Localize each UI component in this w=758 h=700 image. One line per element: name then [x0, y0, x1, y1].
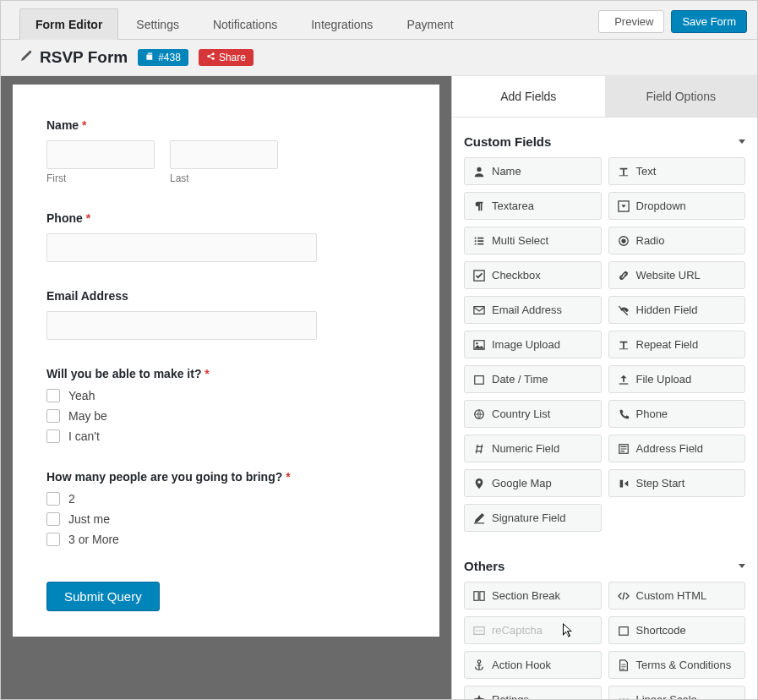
chip-label: Shortcode — [636, 624, 686, 637]
star-icon — [473, 694, 485, 700]
pin-icon — [473, 478, 485, 489]
other-chip-action-hook[interactable]: Action Hook — [464, 651, 602, 679]
form-preview-scroll[interactable]: Name * First Last — [1, 76, 452, 699]
chip-label: Custom HTML — [636, 589, 707, 602]
chip-label: Dropdown — [636, 200, 686, 212]
top-toolbar: Form Editor Settings Notifications Integ… — [1, 1, 757, 40]
field-chip-radio[interactable]: Radio — [608, 227, 746, 254]
field-chip-address-field[interactable]: Address Field — [608, 435, 746, 462]
field-chip-textarea[interactable]: Textarea — [464, 192, 602, 220]
share-icon — [206, 52, 215, 63]
tab-integrations[interactable]: Integrations — [295, 8, 389, 40]
other-chip-terms-conditions[interactable]: Terms & Conditions — [608, 651, 746, 679]
field-chip-multi-select[interactable]: Multi Select — [464, 227, 602, 254]
paragraph-icon — [473, 200, 485, 212]
submit-button[interactable]: Submit Query — [46, 582, 160, 611]
q1-option-0[interactable]: Yeah — [46, 389, 406, 402]
field-chip-dropdown[interactable]: Dropdown — [608, 192, 746, 220]
svg-rect-15 — [619, 626, 628, 635]
section-others-heading[interactable]: Others — [464, 550, 745, 582]
section-custom-heading[interactable]: Custom Fields — [464, 126, 745, 157]
chevron-down-icon — [739, 139, 745, 144]
section-custom-fields: Custom Fields NameTextTextareaDropdownMu… — [452, 118, 757, 542]
field-chip-hidden-field[interactable]: Hidden Field — [608, 296, 746, 324]
tab-form-editor[interactable]: Form Editor — [19, 8, 118, 40]
svg-rect-9 — [475, 375, 484, 384]
field-chip-numeric-field[interactable]: Numeric Field — [464, 435, 602, 462]
svg-point-2 — [212, 57, 215, 60]
field-chip-country-list[interactable]: Country List — [464, 400, 602, 428]
field-chip-image-upload[interactable]: Image Upload — [464, 331, 602, 358]
upload-icon — [618, 374, 630, 386]
field-chip-date-time[interactable]: Date / Time — [464, 365, 602, 393]
tab-settings[interactable]: Settings — [120, 8, 195, 40]
text-icon — [618, 166, 630, 178]
tab-notifications[interactable]: Notifications — [197, 8, 293, 40]
main-tabs: Form Editor Settings Notifications Integ… — [19, 8, 593, 39]
q1-option-2[interactable]: I can't — [46, 429, 406, 443]
tab-payment[interactable]: Payment — [390, 8, 469, 40]
chip-label: Linear Scale — [636, 693, 697, 699]
other-chip-ratings[interactable]: Ratings — [464, 686, 602, 699]
input-first-name[interactable] — [46, 140, 155, 169]
envelope-icon — [473, 304, 485, 316]
preview-button[interactable]: Preview — [598, 10, 664, 33]
chip-label: Google Map — [492, 477, 552, 489]
q1-option-1[interactable]: May be — [46, 409, 406, 423]
fields-panel-scroll[interactable]: Add Fields Field Options Custom Fields N… — [452, 76, 757, 699]
other-chip-shortcode[interactable]: Shortcode — [608, 616, 746, 644]
panel-tabs: Add Fields Field Options — [452, 76, 757, 118]
recaptcha-icon — [473, 625, 485, 637]
field-chip-text[interactable]: Text — [608, 157, 746, 185]
field-chip-name[interactable]: Name — [464, 157, 602, 185]
svg-point-8 — [476, 342, 477, 344]
field-chip-checkbox[interactable]: Checkbox — [464, 261, 602, 289]
share-button[interactable]: Share — [199, 49, 254, 66]
q2-option-1[interactable]: Just me — [46, 512, 406, 526]
field-q1[interactable]: Will you be able to make it? * Yeah May … — [46, 367, 406, 443]
sublabel-first: First — [46, 172, 155, 184]
link-icon — [618, 270, 630, 282]
field-chip-file-upload[interactable]: File Upload — [608, 365, 746, 393]
field-phone[interactable]: Phone * — [46, 211, 406, 262]
field-q2[interactable]: How many people are you going to bring? … — [46, 470, 406, 546]
field-chip-website-url[interactable]: Website URL — [608, 261, 746, 289]
address-icon — [618, 443, 630, 455]
field-email[interactable]: Email Address — [46, 289, 406, 340]
chevron-down-icon — [739, 564, 745, 568]
chip-label: Date / Time — [492, 373, 548, 386]
chip-label: Address Field — [636, 442, 703, 455]
dot-icon — [618, 235, 630, 247]
other-chip-section-break[interactable]: Section Break — [464, 582, 602, 610]
chip-label: Multi Select — [492, 234, 548, 247]
anchor-icon — [473, 659, 485, 671]
input-last-name[interactable] — [170, 140, 278, 169]
svg-point-17 — [619, 698, 621, 699]
title-bar: RSVP Form #438 Share — [1, 40, 757, 76]
field-chip-email-address[interactable]: Email Address — [464, 296, 602, 324]
pencil-icon — [19, 48, 33, 67]
field-chip-phone[interactable]: Phone — [608, 400, 746, 428]
tab-add-fields[interactable]: Add Fields — [452, 76, 605, 118]
chip-label: Phone — [636, 407, 668, 420]
save-form-button[interactable]: Save Form — [671, 10, 747, 33]
q2-option-2[interactable]: 3 or More — [46, 533, 406, 546]
form-id-badge[interactable]: #438 — [138, 49, 188, 66]
field-chip-signature-field[interactable]: Signature Field — [464, 504, 602, 532]
chip-label: Image Upload — [492, 338, 560, 351]
tab-field-options[interactable]: Field Options — [605, 76, 758, 118]
input-email[interactable] — [46, 311, 317, 340]
chip-label: Radio — [636, 234, 665, 247]
field-chip-repeat-field[interactable]: Repeat Field — [608, 331, 746, 358]
input-phone[interactable] — [46, 233, 317, 262]
form-canvas: Name * First Last — [13, 85, 439, 637]
field-chip-step-start[interactable]: Step Start — [608, 469, 746, 497]
dots-icon — [618, 694, 630, 700]
other-chip-linear-scale[interactable]: Linear Scale — [608, 686, 746, 699]
field-name[interactable]: Name * First Last — [46, 118, 406, 184]
chip-label: Country List — [492, 407, 550, 420]
other-chip-custom-html[interactable]: Custom HTML — [608, 582, 746, 610]
field-chip-google-map[interactable]: Google Map — [464, 469, 602, 497]
other-chip-recaptcha: reCaptcha — [464, 616, 602, 644]
q2-option-0[interactable]: 2 — [46, 492, 406, 506]
